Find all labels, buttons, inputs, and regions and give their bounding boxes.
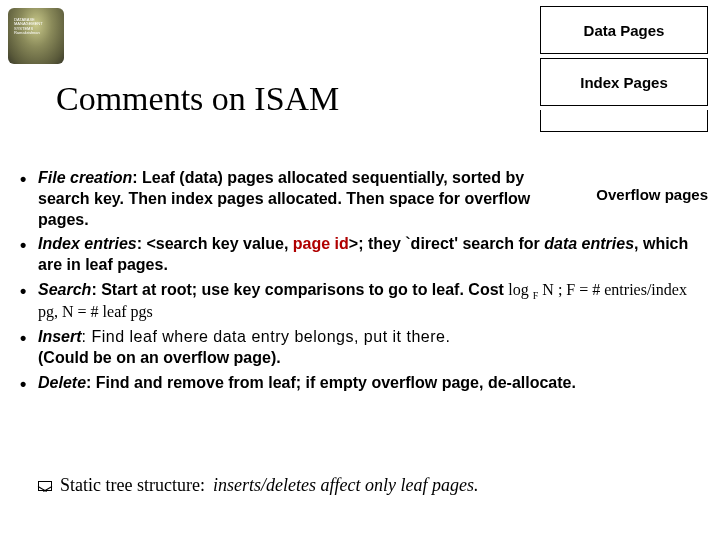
math-log: log [508, 281, 532, 298]
term-insert: Insert [38, 328, 82, 345]
envelope-icon [38, 481, 52, 491]
index-pages-box: Index Pages [540, 58, 708, 106]
slide-logo: DATABASE MANAGEMENT SYSTEMS Ramakrishnan [8, 8, 64, 64]
index-pages-label: Index Pages [580, 74, 668, 91]
text-pageid: page id [293, 235, 349, 252]
footer: Static tree structure: inserts/deletes a… [16, 475, 704, 496]
logo-line3: Ramakrishnan [14, 30, 40, 35]
term-file-creation: File creation [38, 169, 132, 186]
text-data-entries: data entries [544, 235, 634, 252]
bullet-list: File creation: Leaf (data) pages allocat… [16, 168, 704, 397]
bullet-delete: Delete: Find and remove from leaf; if em… [16, 373, 704, 394]
logo-text: DATABASE MANAGEMENT SYSTEMS Ramakrishnan [14, 18, 64, 36]
text-search: : Start at root; use key comparisons to … [91, 281, 508, 298]
term-delete: Delete [38, 374, 86, 391]
footer-lead: Static tree structure: [60, 475, 205, 496]
bullet-search: Search: Start at root; use key compariso… [16, 280, 704, 323]
text-index-b: >; they `direct' search for [349, 235, 544, 252]
term-search: Search [38, 281, 91, 298]
text-insert-tail: (Could be on an overflow page). [38, 349, 281, 366]
text-insert-find: : Find leaf where data entry belongs, pu… [82, 328, 451, 345]
bullet-insert: Insert: Find leaf where data entry belon… [16, 327, 704, 369]
footer-italic: inserts/deletes affect only leaf pages. [213, 475, 478, 496]
term-index-entries: Index entries [38, 235, 137, 252]
text-delete: : Find and remove from leaf; if empty ov… [86, 374, 576, 391]
overflow-box [540, 110, 708, 132]
bullet-index-entries: Index entries: <search key value, page i… [16, 234, 704, 276]
side-boxes: Data Pages Index Pages [540, 6, 708, 132]
text-index-a: : <search key value, [137, 235, 293, 252]
data-pages-label: Data Pages [584, 22, 665, 39]
data-pages-box: Data Pages [540, 6, 708, 54]
bullet-file-creation: File creation: Leaf (data) pages allocat… [16, 168, 704, 230]
slide-title: Comments on ISAM [56, 80, 339, 118]
